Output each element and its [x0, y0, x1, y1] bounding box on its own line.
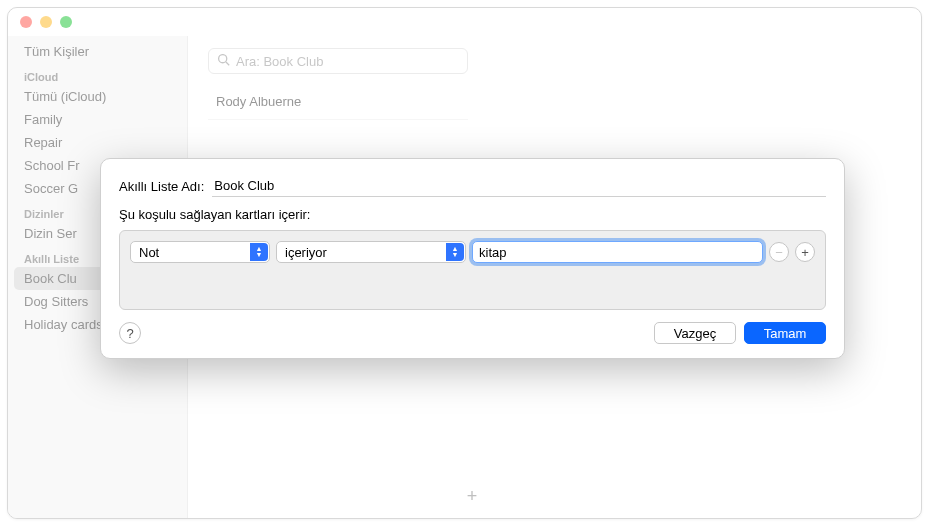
- sidebar-heading-icloud: iCloud: [8, 63, 187, 85]
- chevron-updown-icon: ▲▼: [250, 243, 268, 261]
- help-button[interactable]: ?: [119, 322, 141, 344]
- help-icon: ?: [126, 326, 133, 341]
- sheet-footer: ? Vazgeç Tamam: [119, 322, 826, 344]
- search-input[interactable]: [236, 54, 459, 69]
- close-window-button[interactable]: [20, 16, 32, 28]
- rule-value-input[interactable]: [472, 241, 763, 263]
- chevron-updown-icon: ▲▼: [446, 243, 464, 261]
- minimize-window-button[interactable]: [40, 16, 52, 28]
- plus-icon: +: [801, 245, 809, 260]
- contact-row[interactable]: Rody Albuerne: [208, 74, 468, 120]
- svg-line-1: [226, 62, 229, 65]
- cancel-button[interactable]: Vazgeç: [654, 322, 736, 344]
- minus-icon: −: [775, 245, 783, 260]
- contacts-window: Tüm Kişiler iCloud Tümü (iCloud) Family …: [7, 7, 922, 519]
- plus-icon: +: [467, 486, 478, 507]
- name-label: Akıllı Liste Adı:: [119, 179, 204, 194]
- rule-field-select[interactable]: Not ▲▼: [130, 241, 270, 263]
- smart-list-sheet: Akıllı Liste Adı: Şu koşulu sağlayan kar…: [100, 158, 845, 359]
- ok-button[interactable]: Tamam: [744, 322, 826, 344]
- remove-rule-button[interactable]: −: [769, 242, 789, 262]
- rules-box: Not ▲▼ içeriyor ▲▼ − +: [119, 230, 826, 310]
- rule-operator-value: içeriyor: [285, 245, 327, 260]
- sidebar-item-icloud-all[interactable]: Tümü (iCloud): [8, 85, 187, 108]
- sidebar-item-all-contacts[interactable]: Tüm Kişiler: [8, 40, 187, 63]
- window-titlebar: [8, 8, 921, 36]
- add-contact-button[interactable]: +: [458, 484, 486, 508]
- sidebar-item-family[interactable]: Family: [8, 108, 187, 131]
- add-rule-button[interactable]: +: [795, 242, 815, 262]
- svg-point-0: [219, 55, 227, 63]
- rule-field-value: Not: [139, 245, 159, 260]
- sidebar-item-repair[interactable]: Repair: [8, 131, 187, 154]
- fullscreen-window-button[interactable]: [60, 16, 72, 28]
- search-icon: [217, 53, 230, 69]
- smart-list-name-input[interactable]: [212, 175, 826, 197]
- conditions-subtitle: Şu koşulu sağlayan kartları içerir:: [119, 207, 826, 222]
- name-field-row: Akıllı Liste Adı:: [119, 175, 826, 197]
- search-field[interactable]: [208, 48, 468, 74]
- rule-operator-select[interactable]: içeriyor ▲▼: [276, 241, 466, 263]
